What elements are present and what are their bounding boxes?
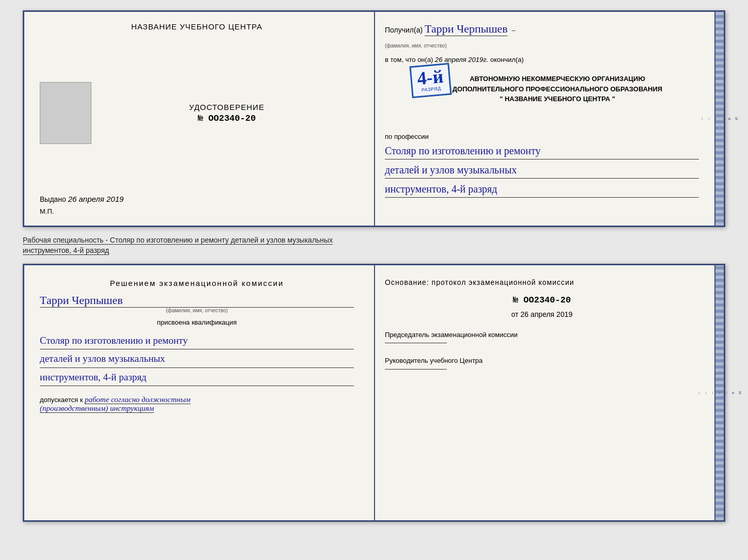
chairman-signature-line	[385, 343, 447, 343]
top-left-page: НАЗВАНИЕ УЧЕБНОГО ЦЕНТРА УДОСТОВЕРЕНИЕ №…	[24, 12, 369, 226]
chairman-block: Председатель экзаменационной комиссии	[385, 330, 699, 347]
top-right-page: Получил(а) Тарри Черпышев – (фамилия, им…	[369, 12, 714, 226]
bottom-right-page: Основание: протокол экзаменационной коми…	[369, 265, 714, 520]
received-label: Получил(а)	[385, 26, 423, 34]
protocol-number: № OO2340-20	[385, 295, 699, 305]
bottom-person-block: Тарри Черпышев (фамилия, имя, отчество)	[40, 294, 354, 313]
subtitle-text1: Рабочая специальность - Столяр по изгото…	[23, 236, 333, 245]
subtitle-text2: инструментов, 4-й разряд	[23, 246, 109, 255]
stamp-org-block: 4-й разряд АВТОНОМНУЮ НЕКОММЕРЧЕСКУЮ ОРГ…	[385, 70, 699, 116]
stamp-box: 4-й разряд	[409, 63, 451, 98]
center-name-block: НАЗВАНИЕ УЧЕБНОГО ЦЕНТРА	[40, 22, 354, 31]
profession-line1: Столяр по изготовлению и ремонту	[385, 142, 699, 159]
director-label: Руководитель учебного Центра	[385, 357, 482, 364]
top-document: НАЗВАНИЕ УЧЕБНОГО ЦЕНТРА УДОСТОВЕРЕНИЕ №…	[23, 10, 725, 227]
cert-center-block: УДОСТОВЕРЕНИЕ № OO2340-20	[40, 82, 354, 144]
allowed-text: работе согласно должностным	[85, 395, 191, 404]
recipient-name: Тарри Черпышев	[425, 22, 508, 36]
cert-label: УДОСТОВЕРЕНИЕ	[189, 103, 264, 111]
recipient-block: Получил(а) Тарри Черпышев –	[385, 22, 699, 36]
cert-title-block: УДОСТОВЕРЕНИЕ № OO2340-20	[100, 103, 354, 123]
org-line2: ДОПОЛНИТЕЛЬНОГО ПРОФЕССИОНАЛЬНОГО ОБРАЗО…	[416, 84, 699, 94]
qual-line3: инструментов, 4-й разряд	[40, 369, 354, 386]
org-line1: АВТОНОМНУЮ НЕКОММЕРЧЕСКУЮ ОРГАНИЗАЦИЮ	[416, 74, 699, 84]
bottom-fio-subtitle: (фамилия, имя, отчество)	[40, 308, 354, 313]
protocol-date-value: 26 апреля 2019	[521, 310, 573, 318]
basis-title: Основание: протокол экзаменационной коми…	[385, 278, 699, 288]
assigned-label: присвоена квалификация	[40, 318, 354, 326]
completed-date: 26 апреля 2019г.	[435, 56, 488, 63]
issued-label: Выдано	[40, 195, 66, 203]
qual-block: Столяр по изготовлению и ремонту деталей…	[40, 331, 354, 386]
completed-label: окончил(а)	[490, 56, 524, 63]
center-name-label: НАЗВАНИЕ УЧЕБНОГО ЦЕНТРА	[131, 22, 262, 31]
allowed-text2: (производственным) инструкциям	[40, 404, 154, 413]
org-line3: " НАЗВАНИЕ УЧЕБНОГО ЦЕНТРА "	[416, 94, 699, 104]
decision-title: Решением экзаменационной комиссии	[40, 278, 354, 289]
allowed-label: допускается к	[40, 396, 83, 404]
allowed-block: допускается к работе согласно должностны…	[40, 395, 354, 413]
director-signature-line	[385, 369, 447, 370]
profession-line2: деталей и узлов музыкальных	[385, 162, 699, 179]
bottom-document: Решением экзаменационной комиссии Тарри …	[23, 264, 725, 522]
issued-line: Выдано 26 апреля 2019	[40, 195, 354, 203]
stamp-number: 4-й	[416, 67, 444, 88]
profession-block: по профессии Столяр по изготовлению и ре…	[385, 127, 699, 198]
bottom-right-strip: И а ← – – – –	[714, 265, 724, 520]
issued-block: Выдано 26 апреля 2019 М.П.	[40, 195, 354, 215]
protocol-date-prefix: от	[511, 310, 519, 318]
director-block: Руководитель учебного Центра	[385, 356, 699, 373]
in-that-label: в том, что он(а)	[385, 56, 433, 63]
top-right-strip: И а ← – – –	[714, 12, 724, 226]
fio-subtitle-text: (фамилия, имя, отчество)	[385, 43, 447, 49]
bottom-person-name: Тарри Черпышев	[40, 294, 354, 308]
qual-line1: Столяр по изготовлению и ремонту	[40, 332, 354, 349]
fio-subtitle-top: (фамилия, имя, отчество)	[385, 40, 699, 50]
photo-placeholder	[40, 82, 91, 144]
bottom-left-page: Решением экзаменационной комиссии Тарри …	[24, 265, 369, 520]
qual-line2: деталей и узлов музыкальных	[40, 350, 354, 367]
chairman-label: Председатель экзаменационной комиссии	[385, 331, 518, 339]
protocol-date: от 26 апреля 2019	[385, 310, 699, 318]
profession-label: по профессии	[385, 133, 699, 140]
mp-label: М.П.	[40, 207, 354, 215]
profession-line3: инструментов, 4-й разряд	[385, 181, 699, 198]
completed-block: в том, что он(а) 26 апреля 2019г. окончи…	[385, 56, 699, 63]
issued-date: 26 апреля 2019	[68, 195, 124, 203]
doc-subtitle: Рабочая специальность - Столяр по изгото…	[23, 235, 725, 255]
cert-number: № OO2340-20	[198, 114, 256, 123]
